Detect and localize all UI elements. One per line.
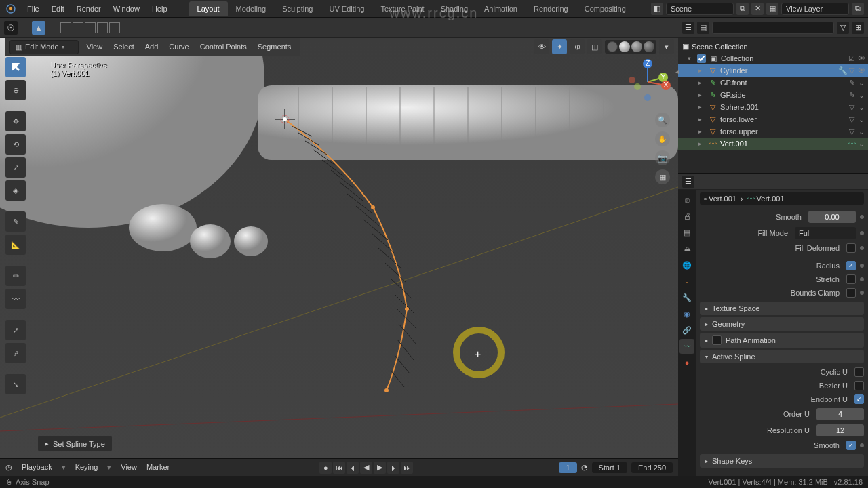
mesh-data-icon[interactable]: ▽ (848, 127, 856, 136)
move-tool[interactable]: ✥ (5, 111, 26, 131)
animate-dot-icon[interactable] (860, 277, 864, 281)
wireframe-shading-icon[interactable] (607, 41, 618, 52)
fill-deformed-checkbox[interactable] (846, 243, 856, 253)
animate-dot-icon[interactable] (860, 443, 864, 447)
animate-dot-icon[interactable] (860, 246, 864, 250)
order-value[interactable]: 4 (816, 408, 864, 420)
stretch-checkbox[interactable] (846, 274, 856, 284)
geometry-panel[interactable]: ▸Geometry (700, 317, 864, 331)
chevron-down-icon[interactable]: ⌄ (857, 115, 865, 124)
cursor-tool[interactable]: ⊕ (5, 80, 26, 100)
disclosure-icon[interactable]: ▸ (698, 79, 705, 86)
viewlayer-browse-icon[interactable]: ▦ (766, 3, 778, 15)
mesh-data-icon[interactable]: ▽ (848, 103, 856, 112)
select-mode-new-icon[interactable] (60, 22, 71, 33)
gp-data-icon[interactable]: ✎ (848, 79, 856, 87)
output-tab-icon[interactable]: 🖨 (679, 209, 694, 224)
outliner-item-gpside[interactable]: ▸ ✎ GP.side ✎⌄ (678, 89, 868, 101)
jump-end-icon[interactable]: ⏭ (401, 462, 413, 474)
xray-toggle-icon[interactable]: ◫ (587, 39, 602, 54)
menu-add[interactable]: Add (140, 41, 164, 53)
scene-collection-row[interactable]: ▣ Scene Collection (678, 41, 868, 52)
lookdev-shading-icon[interactable] (631, 41, 642, 52)
camera-icon[interactable]: 📷 (655, 150, 670, 165)
chevron-down-icon[interactable]: ⌄ (857, 140, 865, 148)
active-spline-panel[interactable]: ▾Active Spline (700, 350, 864, 363)
viewport-3d[interactable]: User Perspective (1) Vert.001 Z Y X 🔍 ✋ … (0, 38, 678, 458)
object-tab-icon[interactable]: ▫ (679, 274, 694, 289)
editor-type-icon[interactable] (4, 21, 18, 35)
outliner-item-sphere[interactable]: ▸ ▽ Sphere.001 ▽⌄ (678, 101, 868, 113)
smooth-checkbox[interactable] (846, 441, 856, 450)
path-animation-panel[interactable]: ▸Path Animation (700, 333, 864, 348)
mesh-data-icon[interactable]: ▽ (848, 115, 856, 124)
path-animation-checkbox[interactable] (712, 336, 722, 345)
rotate-tool[interactable]: ⟲ (5, 134, 26, 155)
filter-icon[interactable]: ▽ (837, 22, 849, 34)
crumb-data[interactable]: 〰Vert.001 (747, 195, 785, 203)
disclosure-icon[interactable]: ▸ (698, 116, 705, 123)
area-resize-handle[interactable]: ◂ (675, 38, 681, 458)
scale-tool[interactable]: ⤢ (5, 157, 26, 178)
shape-keys-panel[interactable]: ▸Shape Keys (700, 454, 864, 468)
tab-layout[interactable]: Layout (189, 1, 228, 16)
outliner-tree[interactable]: ▣ Scene Collection ▾ ▣ Collection ☑👁 ▸ ▽… (678, 38, 868, 174)
start-frame-input[interactable]: 1 (616, 464, 620, 472)
gizmo-toggle-icon[interactable]: ✦ (552, 39, 567, 54)
annotate-tool[interactable]: ✎ (5, 211, 26, 232)
collection-checkbox[interactable] (697, 54, 706, 63)
scene-new-icon[interactable]: ⧉ (736, 3, 749, 15)
shading-options-icon[interactable]: ▾ (659, 39, 674, 54)
chevron-down-icon[interactable]: ⌄ (857, 127, 865, 136)
select-mode-invert-icon[interactable] (97, 22, 108, 33)
play-reverse-icon[interactable]: ◀ (360, 462, 372, 474)
scene-name-input[interactable] (666, 3, 734, 15)
rendered-shading-icon[interactable] (644, 41, 654, 52)
menu-view[interactable]: View (117, 461, 141, 474)
scene-tab-icon[interactable]: ⛰ (679, 241, 694, 256)
outliner-item-vert[interactable]: ▸ 〰 Vert.001 〰⌄ (678, 138, 868, 150)
cursor-tool-icon[interactable]: ▲ (32, 21, 45, 35)
outliner-item-gpfront[interactable]: ▸ ✎ GP.front ✎⌄ (678, 77, 868, 89)
menu-control-points[interactable]: Control Points (195, 41, 252, 53)
disclosure-icon[interactable]: ▸ (698, 92, 705, 98)
menu-select[interactable]: Select (108, 41, 140, 53)
play-icon[interactable]: ▶ (374, 462, 386, 474)
modifier-tab-icon[interactable]: 🔧 (679, 290, 694, 305)
keyframe-prev-icon[interactable]: ⏴ (347, 462, 359, 474)
physics-tab-icon[interactable]: ◉ (679, 306, 694, 321)
draw-tool[interactable]: ✏ (5, 266, 26, 286)
tab-animation[interactable]: Animation (476, 1, 526, 16)
outliner-item-cylinder[interactable]: ▸ ▽ Cylinder 🔧▽👁 (678, 64, 868, 77)
scene-delete-icon[interactable]: ✕ (751, 3, 764, 15)
animate-dot-icon[interactable] (860, 215, 864, 219)
chevron-down-icon[interactable]: ⌄ (857, 103, 865, 112)
editor-type-icon[interactable]: ☰ (682, 176, 694, 188)
keyframe-next-icon[interactable]: ⏵ (387, 462, 399, 474)
mesh-data-icon[interactable]: ▽ (848, 66, 856, 75)
chevron-down-icon[interactable]: ⌄ (857, 91, 865, 100)
disclosure-icon[interactable]: ▸ (698, 140, 705, 147)
menu-marker[interactable]: Marker (142, 461, 174, 474)
curve-data-tab-icon[interactable]: 〰 (679, 339, 694, 354)
radius-checkbox[interactable] (846, 261, 856, 270)
select-mode-intersect-icon[interactable] (109, 22, 120, 33)
disclosure-icon[interactable]: ▸ (698, 104, 705, 110)
radius-tool[interactable]: ⇗ (5, 343, 26, 363)
menu-view[interactable]: View (81, 41, 108, 53)
menu-segments[interactable]: Segments (252, 41, 297, 53)
pan-icon[interactable]: ✋ (655, 131, 670, 146)
end-frame-input[interactable]: 250 (654, 464, 666, 472)
smooth-value[interactable]: 0.00 (808, 211, 856, 223)
fillmode-dropdown[interactable]: Full (795, 227, 856, 239)
menu-render[interactable]: Render (71, 2, 106, 16)
solid-shading-icon[interactable] (619, 41, 630, 52)
overlay-toggle-icon[interactable]: ⊕ (570, 39, 585, 54)
material-tab-icon[interactable]: ● (679, 355, 694, 370)
menu-curve[interactable]: Curve (163, 41, 194, 53)
tab-texture-paint[interactable]: Texture Paint (372, 1, 432, 16)
outliner-item-torso-lower[interactable]: ▸ ▽ torso.lower ▽⌄ (678, 113, 868, 125)
menu-keying[interactable]: Keying (71, 461, 102, 474)
mode-dropdown[interactable]: ▥ Edit Mode ▾ (9, 40, 79, 54)
display-mode-icon[interactable]: ▤ (697, 22, 709, 34)
